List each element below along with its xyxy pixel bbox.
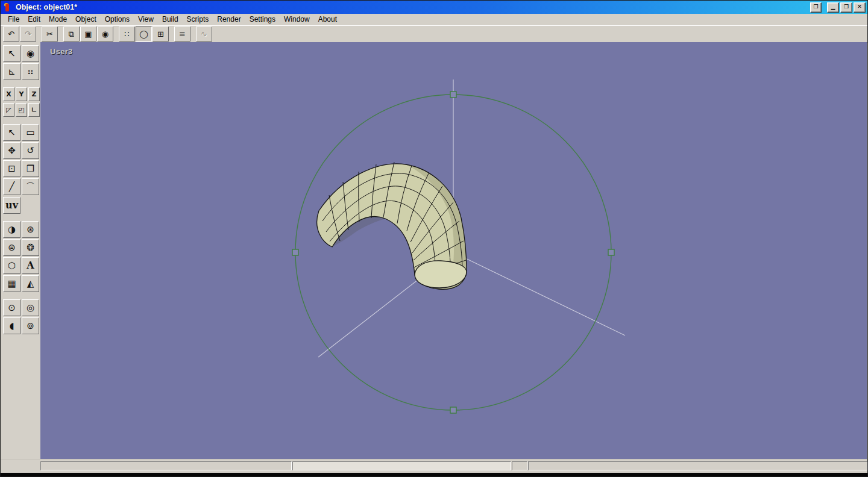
toolbox-group: ⊙◎◖⊚ (3, 299, 40, 334)
wireframe-circle-icon: ◯ (139, 30, 148, 38)
toolbar: ↶↷✂⧉▣◉∷◯⊞≡∿ (1, 25, 867, 43)
primitive-sphere-icon: ◑ (8, 225, 16, 234)
modifier-spiral-icon: ◎ (27, 304, 34, 313)
graph-editor-button: ∿ (196, 26, 212, 42)
menu-item-object[interactable]: Object (71, 14, 101, 25)
coords-screen-icon: ∟ (31, 107, 37, 113)
primitive-text-icon: A (27, 261, 34, 270)
toolbox-group: ◑⊛⊜❂⬡A▦◭ (3, 221, 40, 292)
modifier-surface-button[interactable]: ⊙ (3, 299, 20, 316)
window-extra-button[interactable]: ❐ (810, 2, 822, 13)
modifier-lathe-button[interactable]: ◖ (3, 317, 20, 334)
coords-world-button[interactable]: ◸ (3, 103, 14, 117)
menu-item-view[interactable]: View (134, 14, 158, 25)
paste-button[interactable]: ▣ (80, 26, 96, 42)
menu-item-window[interactable]: Window (280, 14, 314, 25)
menu-item-file[interactable]: File (4, 14, 24, 25)
menu-item-settings[interactable]: Settings (245, 14, 280, 25)
coords-object-icon: ◰ (18, 107, 24, 113)
coords-object-button[interactable]: ◰ (16, 103, 27, 117)
undo-button[interactable]: ↶ (3, 26, 19, 42)
paste-icon: ▣ (84, 30, 92, 38)
coords-screen-button[interactable]: ∟ (28, 103, 40, 117)
menu-item-edit[interactable]: Edit (24, 14, 45, 25)
primitive-cylinder-button[interactable]: ⊜ (3, 239, 20, 256)
trackball-handle-right[interactable] (608, 249, 614, 255)
rect-select-tool-icon: ▭ (26, 128, 34, 137)
rotate-tool-button[interactable]: ↺ (22, 142, 39, 159)
primitive-grid-button[interactable]: ▦ (3, 275, 20, 292)
stretch-tool-button[interactable]: ❒ (22, 160, 39, 177)
close-button[interactable]: ✕ (854, 2, 866, 13)
toolbar-group: ↶↷ (3, 26, 37, 42)
toolbar-group: ∿ (196, 26, 213, 42)
wireframe-circle-button[interactable]: ◯ (136, 26, 152, 42)
cut-button[interactable]: ✂ (42, 26, 58, 42)
menu-item-about[interactable]: About (314, 14, 341, 25)
menu-item-build[interactable]: Build (158, 14, 183, 25)
primitive-cone-button[interactable]: ◭ (22, 275, 39, 292)
primitive-geodesic-button[interactable]: ❂ (22, 239, 39, 256)
curve-tool-icon: ⌒ (26, 182, 35, 192)
rotate-tool-icon: ↺ (27, 146, 34, 155)
visibility-eye-icon: ◉ (27, 49, 34, 58)
select-arrow-icon: ↖ (8, 49, 16, 58)
trackball-handle-left[interactable] (292, 249, 298, 255)
visibility-eye-button[interactable]: ◉ (22, 45, 39, 62)
axis-cube-icon: ⊞ (157, 30, 164, 38)
viewport-canvas[interactable] (40, 42, 867, 461)
redo-button: ↷ (20, 26, 36, 42)
select-tool-button[interactable]: ↖ (3, 124, 20, 141)
list-view-button[interactable]: ≡ (174, 26, 190, 42)
app-icon (4, 3, 13, 12)
curve-tool-button[interactable]: ⌒ (22, 178, 39, 195)
move-tool-button[interactable]: ✥ (3, 142, 20, 159)
modifier-spiral-button[interactable]: ◎ (22, 299, 39, 316)
move-tool-icon: ✥ (8, 146, 16, 155)
modifier-surface-icon: ⊙ (8, 304, 16, 313)
primitive-text-button[interactable]: A (22, 257, 39, 274)
minimize-button[interactable]: ▁ (827, 2, 839, 13)
menu-item-options[interactable]: Options (101, 14, 134, 25)
h-scrollbar-button[interactable] (512, 461, 527, 470)
line-tool-icon: ╱ (9, 182, 14, 192)
modifier-rings-icon: ⊚ (27, 322, 34, 331)
menu-bar: FileEditModeObjectOptionsViewBuildScript… (1, 14, 867, 25)
list-view-icon: ≡ (179, 30, 186, 38)
modifier-rings-button[interactable]: ⊚ (22, 317, 39, 334)
primitive-gridsphere-button[interactable]: ⊛ (22, 221, 39, 238)
primitive-sphere-button[interactable]: ◑ (3, 221, 20, 238)
axis-lock-y-icon: Y (19, 91, 24, 98)
axis-lock-z-button[interactable]: Z (28, 87, 40, 101)
primitive-ngon-button[interactable]: ⬡ (3, 257, 20, 274)
show-points-button[interactable]: ⠶ (22, 63, 39, 80)
show-points-button[interactable]: ∷ (119, 26, 135, 42)
line-tool-button[interactable]: ╱ (3, 178, 20, 195)
rect-select-tool-button[interactable]: ▭ (22, 124, 39, 141)
scale-tool-button[interactable]: ⊡ (3, 160, 20, 177)
viewport[interactable]: User3 (40, 42, 867, 460)
toolbar-group: ≡ (174, 26, 191, 42)
uv-tool-icon: uv (5, 201, 18, 210)
trackball-handle-bottom[interactable] (450, 407, 456, 413)
menu-item-mode[interactable]: Mode (45, 14, 71, 25)
menu-item-render[interactable]: Render (213, 14, 245, 25)
h-scrollbar-thumb[interactable] (292, 461, 511, 470)
show-points-icon: ∷ (124, 30, 129, 38)
axis-lock-x-button[interactable]: X (3, 87, 14, 101)
maximize-button[interactable]: ❐ (840, 2, 852, 13)
trackball-handle-top[interactable] (450, 92, 456, 98)
sphere-view-button[interactable]: ◉ (97, 26, 113, 42)
axis-cube-button[interactable]: ⊞ (153, 26, 169, 42)
axis-lock-y-button[interactable]: Y (16, 87, 27, 101)
show-points-icon: ⠶ (27, 67, 34, 76)
pivot-angle-button[interactable]: ⊾ (3, 63, 20, 80)
toolbar-group: ✂ (42, 26, 58, 42)
copy-button[interactable]: ⧉ (63, 26, 80, 42)
select-arrow-button[interactable]: ↖ (3, 45, 20, 62)
toolbar-group: ⧉▣◉ (63, 26, 114, 42)
title-bar: Object: object01* ❐ ▁ ❐ ✕ (1, 1, 867, 14)
menu-item-scripts[interactable]: Scripts (183, 14, 213, 25)
app-window: Object: object01* ❐ ▁ ❐ ✕ FileEditModeOb… (0, 0, 868, 477)
uv-tool-button[interactable]: uv (3, 197, 20, 214)
